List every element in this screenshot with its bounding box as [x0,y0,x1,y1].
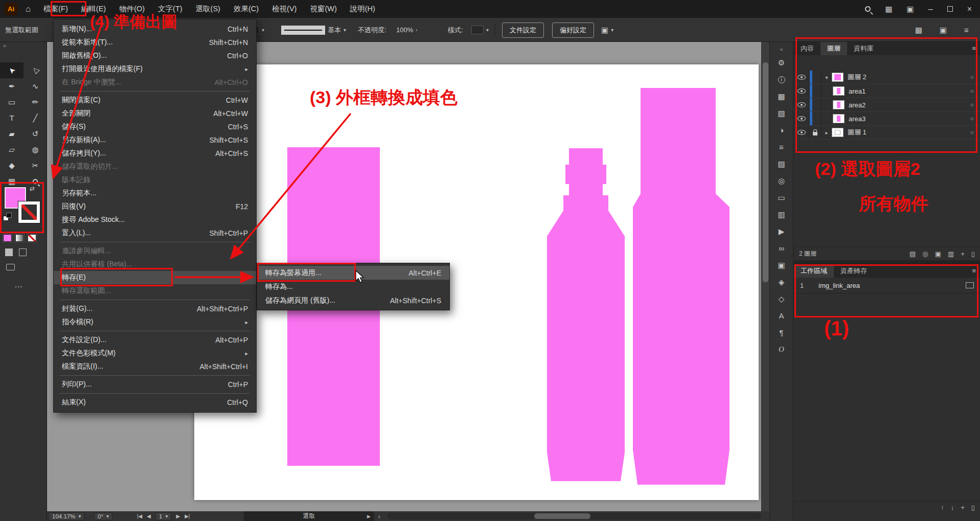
first-artboard-icon[interactable]: |◀ [137,513,142,519]
workspace-layout-icon[interactable]: ▣ [907,5,914,14]
vertical-scrollbar[interactable] [761,42,769,511]
screen-mode-button[interactable] [6,264,15,270]
draw-behind-icon[interactable] [19,248,27,256]
gradient-button[interactable] [15,234,24,242]
rotate-tool[interactable]: ↺ [24,126,47,142]
pencil-tool[interactable]: ✏ [24,94,47,110]
expand-panels-icon[interactable]: « [770,44,793,54]
target-circle-icon[interactable]: ○ [970,87,974,95]
menu-item-place[interactable]: 置入(L)...Shift+Ctrl+P [54,226,256,240]
draw-normal-icon[interactable] [5,248,13,256]
horizontal-scrollbar-thumb[interactable] [534,513,590,519]
layer-thumbnail[interactable] [832,128,844,137]
menu-file[interactable]: 檔案(F) [37,0,75,18]
visibility-eye-icon[interactable] [797,88,806,94]
target-circle-icon[interactable]: ○ [970,115,974,122]
document-setup-button[interactable]: 文件設定 [502,22,544,38]
menu-item-save-for-web[interactable]: 儲存為網頁用 (舊版)...Alt+Shift+Ctrl+S [257,293,449,307]
illustrator-logo[interactable]: Ai [5,3,17,15]
transform-panel-icon[interactable]: ▦ [770,88,793,105]
menu-item-revert[interactable]: 回復(V)F12 [54,200,256,213]
gradient-panel-icon[interactable]: ◑ [770,122,793,139]
none-button[interactable] [28,234,36,242]
collect-for-export-icon[interactable]: ▤ [909,250,916,258]
menu-item-save-a-copy[interactable]: 儲存拷貝(Y)...Alt+Ctrl+S [54,147,256,160]
collapse-toolbar-icon[interactable]: « [3,42,6,49]
selection-tool[interactable]: ➤ [0,62,24,78]
asset-export-panel-icon[interactable]: ▣ [770,257,793,274]
zoom-level-dropdown[interactable]: 104.17%▾ [49,512,84,520]
menu-item-export-for-screens[interactable]: 轉存為螢幕適用...Alt+Ctrl+E [257,266,449,280]
menu-object[interactable]: 物件(O) [112,0,151,18]
expander-open-icon[interactable]: ▾ [822,75,832,80]
reorder-down-icon[interactable]: ↓ [951,504,954,511]
previous-artboard-icon[interactable]: ◀ [147,513,151,519]
menu-item-file-info[interactable]: 檔案資訊(I)...Alt+Shift+Ctrl+I [54,360,256,373]
menu-item-document-setup[interactable]: 文件設定(D)...Alt+Ctrl+P [54,333,256,347]
visibility-eye-icon[interactable] [797,116,806,121]
adjust-panel-icon[interactable]: ⚙ [770,54,793,71]
next-artboard-icon[interactable]: ▶ [176,513,180,519]
search-icon[interactable] [865,6,871,12]
eraser-tool[interactable]: ▰ [0,126,24,142]
menu-item-new[interactable]: 新增(N)...Ctrl+N [54,22,256,36]
type-tool[interactable]: T [0,110,24,126]
menu-item-close[interactable]: 關閉檔案(C)Ctrl+W [54,94,256,107]
links-panel-icon[interactable]: ∞ [770,240,793,257]
appearance-panel-icon[interactable]: ◎ [770,172,793,189]
workspace-switcher[interactable]: ▣▾ [601,18,613,42]
menu-item-open-recent[interactable]: 打開最近使用過的檔案(F)▸ [54,62,256,76]
artboard-icon[interactable] [966,282,974,288]
align-panel-icon[interactable]: ▥ [770,206,793,223]
expander-closed-icon[interactable]: ▸ [822,130,832,135]
menu-select[interactable]: 選取(S) [189,0,227,18]
shape-builder-tool[interactable]: ◍ [24,142,47,157]
layer-thumbnail[interactable] [832,73,844,82]
transparency-panel-icon[interactable]: ▨ [770,155,793,172]
opentype-panel-icon[interactable]: O [770,341,793,358]
tab-artboards[interactable]: 工作區域 [794,264,834,278]
brush-definition-dropdown[interactable]: 基本 ▾ [281,18,346,42]
menu-item-search-adobe-stock[interactable]: 搜尋 Adobe Stock... [54,213,256,226]
menu-item-export-as[interactable]: 轉存為... [257,280,449,293]
menu-item-scripts[interactable]: 指令檔(R)▸ [54,315,256,329]
artboard-row[interactable]: 1 img_link_area [794,278,980,293]
stroke-panel-icon[interactable]: ≡ [770,139,793,155]
reorder-up-icon[interactable]: ↑ [941,504,944,511]
tab-properties[interactable]: 內容 [794,42,821,55]
curvature-tool[interactable]: ∿ [24,78,47,94]
make-mask-icon[interactable]: ▣ [935,250,941,258]
layer-thumbnail[interactable] [833,114,845,123]
preferences-button[interactable]: 偏好設定 [552,22,594,38]
opacity-label[interactable]: 不透明度: [358,18,386,42]
panel-layout-icon[interactable]: ▣ [940,18,947,42]
target-circle-icon[interactable]: ○ [970,101,974,108]
menu-item-document-color-mode[interactable]: 文件色彩模式(M)▸ [54,347,256,360]
layer-row-area1[interactable]: area1 ○ [794,84,980,98]
swatches-panel-icon[interactable]: ▧ [770,105,793,122]
home-icon[interactable]: ⌂ [26,4,31,14]
layer-row-layer2[interactable]: ▾ 圖層 2 ○ [794,71,980,84]
menu-help[interactable]: 說明(H) [344,0,382,18]
menu-type[interactable]: 文字(T) [151,0,189,18]
new-artboard-icon[interactable]: + [961,504,965,511]
paragraph-panel-icon[interactable]: ¶ [770,324,793,341]
color-button[interactable] [3,234,12,242]
panel-menu-icon[interactable]: ≡ [972,264,976,278]
menu-item-new-from-template[interactable]: 從範本新增(T)...Shift+Ctrl+N [54,36,256,49]
tab-layers[interactable]: 圖層 [821,42,847,55]
artboards-panel-icon[interactable]: ▭ [770,189,793,206]
locate-object-icon[interactable]: ◎ [922,250,928,258]
delete-layer-icon[interactable]: ▯ [971,250,975,258]
menu-edit[interactable]: 編輯(E) [75,0,112,18]
graphic-styles-panel-icon[interactable]: ◇ [770,290,793,307]
stroke-color-swatch[interactable] [18,201,40,223]
menu-item-save-as-template[interactable]: 另存範本... [54,187,256,200]
layer-row-area2[interactable]: area2 ○ [794,98,980,112]
edit-toolbar-icon[interactable]: … [14,280,24,289]
vertical-scrollbar-thumb[interactable] [763,62,768,282]
new-sublayer-icon[interactable]: ▥ [948,250,954,258]
menu-window[interactable]: 視窗(W) [303,0,343,18]
info-panel-icon[interactable] [770,71,793,88]
panel-menu-icon[interactable]: ≡ [972,42,976,55]
